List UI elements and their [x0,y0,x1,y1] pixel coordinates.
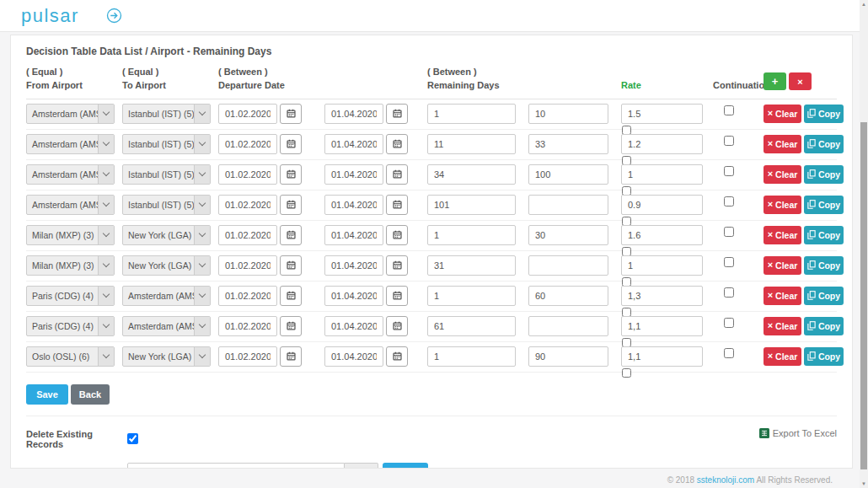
remaining-days-from-input[interactable] [427,104,516,124]
from-airport-select[interactable]: Milan (MXP) (3) [26,255,115,276]
rate-input[interactable] [621,164,703,185]
calendar-from-button[interactable] [280,195,302,215]
save-button[interactable]: Save [26,384,68,405]
remaining-days-from-input[interactable] [427,164,516,185]
departure-date-to-input[interactable] [324,225,383,245]
remaining-days-to-input[interactable] [528,286,608,306]
continuation-checkbox[interactable] [724,136,734,146]
remaining-days-from-input[interactable] [427,134,516,154]
to-airport-select[interactable]: Istanbul (IST) (5) [122,134,211,154]
delete-existing-checkbox[interactable] [127,433,138,444]
departure-date-from-input[interactable] [218,316,277,336]
departure-date-from-input[interactable] [218,195,277,215]
remove-row-button[interactable]: × [789,72,812,90]
remaining-days-to-input[interactable] [528,134,608,154]
copy-button[interactable]: Copy [804,226,844,244]
calendar-to-button[interactable] [386,104,408,124]
to-airport-select[interactable]: New York (LGA) (2) [122,346,211,367]
departure-date-from-input[interactable] [218,255,277,276]
continuation-checkbox[interactable] [724,105,734,115]
departure-date-to-input[interactable] [324,195,383,215]
to-airport-select[interactable]: Istanbul (IST) (5) [122,164,211,185]
departure-date-to-input[interactable] [324,346,383,367]
back-button[interactable]: Back [71,384,110,405]
rate-input[interactable] [621,255,703,276]
copy-button[interactable]: Copy [804,256,844,275]
copy-button[interactable]: Copy [804,347,844,366]
from-airport-select[interactable]: Paris (CDG) (4) [26,286,115,306]
calendar-to-button[interactable] [386,164,408,185]
departure-date-from-input[interactable] [218,346,277,367]
continuation-checkbox[interactable] [724,196,734,206]
from-airport-select[interactable]: Oslo (OSL) (6) [26,346,115,367]
to-airport-select[interactable]: New York (LGA) (2) [122,255,211,276]
departure-date-from-input[interactable] [218,164,277,185]
copy-button[interactable]: Copy [804,165,844,184]
remaining-days-to-input[interactable] [528,255,608,276]
calendar-to-button[interactable] [386,255,408,276]
scroll-up-arrow-icon[interactable]: ▲ [860,2,868,7]
to-airport-select[interactable]: Amsterdam (AMS) (1) [122,316,211,336]
sidebar-toggle-button[interactable] [106,8,122,24]
calendar-to-button[interactable] [386,316,408,336]
file-choose-input[interactable] [127,463,345,469]
continuation-checkbox[interactable] [724,348,734,358]
export-to-excel-link[interactable]: Export To Excel [759,428,837,438]
rate-checkbox[interactable] [622,368,631,378]
to-airport-select[interactable]: Istanbul (IST) (5) [122,195,211,215]
departure-date-from-input[interactable] [218,134,277,154]
clear-button[interactable]: ×Clear [764,317,801,335]
remaining-days-to-input[interactable] [528,316,608,336]
rate-input[interactable] [621,316,703,336]
calendar-from-button[interactable] [280,225,302,245]
calendar-from-button[interactable] [280,164,302,185]
departure-date-from-input[interactable] [218,225,277,245]
scroll-down-arrow-icon[interactable]: ▼ [860,481,868,486]
departure-date-to-input[interactable] [324,104,383,124]
rate-input[interactable] [621,286,703,306]
copy-button[interactable]: Copy [804,287,844,305]
clear-button[interactable]: ×Clear [764,287,801,305]
departure-date-from-input[interactable] [218,104,277,124]
copy-button[interactable]: Copy [804,105,844,123]
departure-date-to-input[interactable] [324,164,383,185]
calendar-to-button[interactable] [386,134,408,154]
calendar-from-button[interactable] [280,255,302,276]
to-airport-select[interactable]: Istanbul (IST) (5) [122,104,211,124]
departure-date-to-input[interactable] [324,286,383,306]
clear-button[interactable]: ×Clear [764,135,801,153]
rate-input[interactable] [621,104,703,124]
clear-button[interactable]: ×Clear [764,196,801,214]
continuation-checkbox[interactable] [724,166,734,176]
clear-button[interactable]: ×Clear [764,105,801,123]
from-airport-select[interactable]: Amsterdam (AMS) (1) [26,164,115,185]
to-airport-select[interactable]: Amsterdam (AMS) (1) [122,286,211,306]
continuation-checkbox[interactable] [724,318,734,328]
add-row-button[interactable]: + [764,72,786,90]
upload-button[interactable]: Upload [383,463,428,469]
remaining-days-to-input[interactable] [528,346,608,367]
continuation-checkbox[interactable] [724,257,734,267]
departure-date-to-input[interactable] [324,255,383,276]
rate-input[interactable] [621,195,703,215]
remaining-days-from-input[interactable] [427,225,516,245]
rate-input[interactable] [621,346,703,367]
clear-button[interactable]: ×Clear [764,226,801,244]
remaining-days-from-input[interactable] [427,316,516,336]
scrollbar-thumb[interactable] [860,122,867,469]
ssteknoloji-link[interactable]: ssteknoloji.com [697,475,754,485]
calendar-from-button[interactable] [280,316,302,336]
from-airport-select[interactable]: Milan (MXP) (3) [26,225,115,245]
remaining-days-to-input[interactable] [528,164,608,185]
copy-button[interactable]: Copy [804,317,844,335]
remaining-days-from-input[interactable] [427,255,516,276]
browse-button[interactable]: Browse [345,463,378,469]
remaining-days-from-input[interactable] [427,346,516,367]
remaining-days-from-input[interactable] [427,286,516,306]
remaining-days-to-input[interactable] [528,104,608,124]
continuation-checkbox[interactable] [724,227,734,237]
calendar-from-button[interactable] [280,134,302,154]
copy-button[interactable]: Copy [804,135,844,153]
to-airport-select[interactable]: New York (LGA) (2) [122,225,211,245]
calendar-to-button[interactable] [386,286,408,306]
